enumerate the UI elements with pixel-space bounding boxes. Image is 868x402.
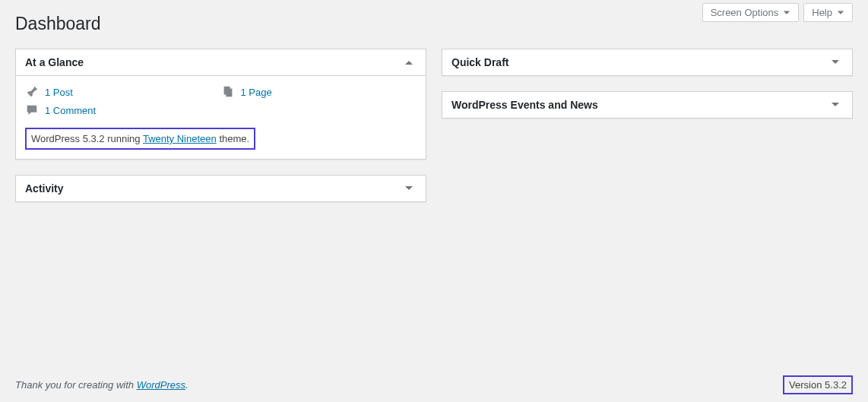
activity-title: Activity <box>25 182 64 195</box>
wp-version-suffix: theme. <box>217 133 249 144</box>
chevron-down-icon <box>837 9 844 17</box>
chevron-up-icon <box>404 58 413 67</box>
dashboard-columns: At a Glance 1 Post 1 Page <box>0 41 868 217</box>
quick-draft-title: Quick Draft <box>451 56 508 68</box>
footer-thanks-suffix: . <box>185 379 188 391</box>
activity-header[interactable]: Activity <box>16 176 426 201</box>
chevron-down-icon <box>404 184 413 193</box>
glance-page: 1 Page <box>221 85 417 99</box>
footer-version-highlight: Version 5.3.2 <box>783 375 853 394</box>
screen-options-label: Screen Options <box>711 7 779 18</box>
wp-version-highlight: WordPress 5.3.2 running Twenty Nineteen … <box>25 128 255 150</box>
glance-post-link[interactable]: 1 Post <box>45 87 73 98</box>
footer-thanks: Thank you for creating with WordPress. <box>15 379 188 391</box>
at-a-glance-title: At a Glance <box>25 56 84 68</box>
glance-comment-link[interactable]: 1 Comment <box>45 105 96 116</box>
expand-toggle[interactable] <box>828 55 843 70</box>
expand-toggle[interactable] <box>828 97 843 112</box>
left-column: At a Glance 1 Post 1 Page <box>15 49 426 217</box>
wordpress-link[interactable]: WordPress <box>137 379 185 391</box>
glance-comment: 1 Comment <box>25 103 221 117</box>
admin-footer: Thank you for creating with WordPress. V… <box>15 375 853 394</box>
glance-page-link[interactable]: 1 Page <box>241 87 272 98</box>
chevron-down-icon <box>831 100 840 109</box>
page-icon <box>221 85 235 99</box>
pin-icon <box>25 85 39 99</box>
at-a-glance-header[interactable]: At a Glance <box>16 49 426 76</box>
glance-post: 1 Post <box>25 85 221 99</box>
quick-draft-header[interactable]: Quick Draft <box>442 49 852 75</box>
expand-toggle[interactable] <box>401 181 417 196</box>
quick-draft-box: Quick Draft <box>442 49 853 76</box>
events-news-box: WordPress Events and News <box>442 91 853 119</box>
theme-link[interactable]: Twenty Nineteen <box>143 133 217 144</box>
comment-icon <box>25 103 39 117</box>
help-label: Help <box>812 7 832 18</box>
right-column: Quick Draft WordPress Events and News <box>442 49 853 217</box>
top-screen-controls: Screen Options Help <box>702 3 853 22</box>
events-news-header[interactable]: WordPress Events and News <box>442 92 852 118</box>
chevron-down-icon <box>783 9 790 17</box>
wp-version-prefix: WordPress 5.3.2 running <box>31 133 143 144</box>
screen-options-button[interactable]: Screen Options <box>702 3 800 22</box>
activity-box: Activity <box>15 175 426 202</box>
events-news-title: WordPress Events and News <box>451 99 598 111</box>
chevron-down-icon <box>831 58 840 67</box>
at-a-glance-box: At a Glance 1 Post 1 Page <box>15 49 426 160</box>
collapse-toggle[interactable] <box>401 55 417 70</box>
footer-thanks-prefix: Thank you for creating with <box>15 379 137 391</box>
help-button[interactable]: Help <box>803 3 853 22</box>
at-a-glance-body: 1 Post 1 Page 1 Comment WordPress 5.3.2 … <box>16 76 426 159</box>
